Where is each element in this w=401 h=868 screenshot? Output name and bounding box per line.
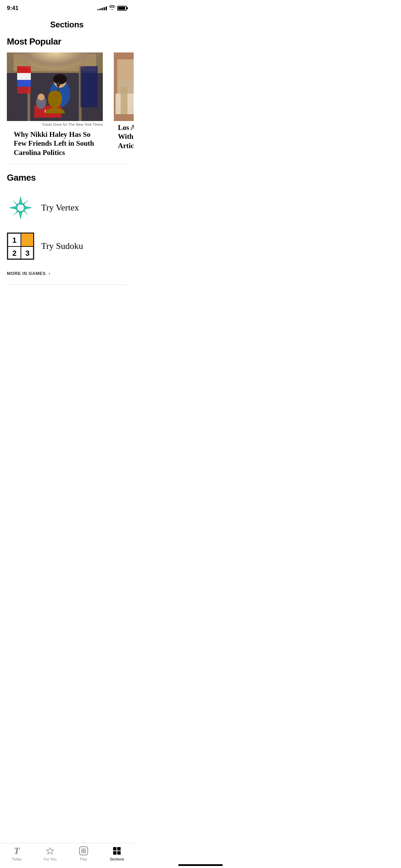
svg-point-1 <box>27 52 82 70</box>
svg-rect-10 <box>17 80 31 87</box>
games-heading: Games <box>0 172 134 189</box>
svg-text:1: 1 <box>12 236 16 244</box>
article-card-nikki-haley[interactable]: Joi Travis Dove for The New York Times W… <box>7 52 110 164</box>
svg-text:Joi: Joi <box>44 109 49 113</box>
svg-rect-3 <box>7 52 103 73</box>
wifi-icon <box>109 5 115 11</box>
svg-rect-12 <box>81 66 98 107</box>
vertex-icon <box>7 194 34 221</box>
battery-icon <box>117 6 127 11</box>
more-in-games-text: MORE IN GAMES <box>7 271 46 276</box>
svg-point-17 <box>57 82 60 87</box>
status-icons <box>97 5 127 11</box>
article-title-partial[interactable]: Los AngWith ToArticle <box>114 121 134 157</box>
article-title-nikki[interactable]: Why Nikki Haley Has So Few Friends Left … <box>7 128 110 164</box>
svg-rect-8 <box>17 66 31 73</box>
vertex-game-label: Try Vertex <box>41 203 79 213</box>
svg-point-29 <box>18 205 23 210</box>
articles-scroll[interactable]: Joi Travis Dove for The New York Times W… <box>0 52 134 164</box>
svg-point-21 <box>38 94 45 100</box>
sudoku-game-label: Try Sudoku <box>41 241 83 251</box>
svg-point-5 <box>45 56 65 66</box>
most-popular-heading: Most Popular <box>0 36 134 52</box>
svg-point-2 <box>38 52 72 64</box>
svg-rect-4 <box>14 54 96 71</box>
article-card-partial[interactable]: Los AngWith ToArticle <box>114 52 134 164</box>
svg-text:2: 2 <box>12 249 16 257</box>
svg-rect-26 <box>121 87 127 114</box>
more-arrow-icon: › <box>48 271 50 276</box>
svg-point-15 <box>53 74 67 84</box>
status-bar: 9:41 <box>0 0 134 14</box>
more-in-games-link[interactable]: MORE IN GAMES › <box>0 265 134 285</box>
sudoku-icon: 1 2 3 <box>7 232 34 260</box>
status-time: 9:41 <box>7 5 19 12</box>
signal-bars-icon <box>97 7 107 10</box>
games-section: Games <box>0 164 134 285</box>
article-image-partial <box>114 52 134 121</box>
sudoku-game-item[interactable]: 1 2 3 Try Sudoku <box>0 227 134 265</box>
page-title: Sections <box>0 14 134 36</box>
most-popular-section: Most Popular <box>0 36 134 164</box>
photo-credit: Travis Dove for The New York Times <box>7 121 110 128</box>
svg-rect-9 <box>17 73 31 80</box>
svg-rect-33 <box>21 233 33 246</box>
section-divider-2 <box>7 285 127 285</box>
svg-text:3: 3 <box>25 249 29 257</box>
article-image-nikki: Joi <box>7 52 103 121</box>
vertex-game-item[interactable]: Try Vertex <box>0 189 134 227</box>
